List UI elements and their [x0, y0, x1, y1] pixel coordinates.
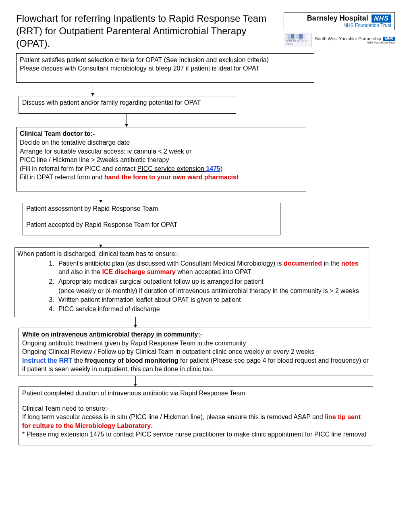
list-item: Written patient information leaflet abou… — [56, 295, 366, 304]
text-line: When patient is discharged, clinical tea… — [16, 249, 366, 258]
arrow-icon — [16, 376, 395, 387]
step-rrt-assessment: Patient assessment by Rapid Response Tea… — [23, 203, 280, 235]
text-line: Patient assessment by Rapid Response Tea… — [23, 203, 280, 219]
text-line: Discuss with patient and/or family regar… — [22, 99, 201, 106]
text-line: * Please ring extension 1475 to contact … — [22, 430, 369, 439]
text-line: Patient accepted by Rapid Response Team … — [23, 219, 280, 235]
step-clinical-doctor: Clinical Team doctor to:- Decide on the … — [16, 127, 306, 191]
step-discharge-ensure: When patient is discharged, clinical tea… — [15, 247, 369, 317]
text-line: Decide on the tentative discharge date — [20, 138, 303, 147]
swyp-decor: ░▒▓░▒▓░ With all of us in mind — [284, 33, 312, 47]
list-item: Appropriate medical/ surgical outpatient… — [56, 277, 366, 286]
arrow-icon — [16, 191, 395, 203]
step-criteria: Patient satisfies patient selection crit… — [16, 53, 314, 83]
step-completed: Patient completed duration of intravenou… — [19, 387, 373, 445]
text-line: Fill in OPAT referral form and hand the … — [20, 173, 303, 182]
text-line: Patient completed duration of intravenou… — [22, 389, 369, 398]
barnsley-logo: Barnsley Hospital NHS NHS Foundation Tru… — [284, 12, 395, 30]
arrow-icon — [16, 317, 395, 328]
logo-column: Barnsley Hospital NHS NHS Foundation Tru… — [284, 12, 395, 47]
text-line: Please discuss with Consultant microbiol… — [20, 64, 311, 73]
text-line: Ongoing antibiotic treatment given by Ra… — [22, 339, 369, 348]
arrow-icon — [16, 235, 395, 247]
swyp-text: South West Yorkshire Partnership NHS NHS… — [315, 36, 395, 44]
list-item: Patient's antibiotic plan (as discussed … — [56, 259, 366, 276]
discharge-list: Patient's antibiotic plan (as discussed … — [16, 259, 366, 286]
text-heading: Clinical Team doctor to:- — [20, 129, 303, 138]
text-line: If long term vascular access is in situ … — [22, 413, 369, 430]
page-title: Flowchart for referring Inpatients to Ra… — [16, 12, 280, 50]
text-line: Instruct the RRT the frequency of blood … — [22, 356, 369, 374]
text-line: Ongoing Clinical Review / Follow up by C… — [22, 347, 369, 356]
text-heading: While on intravenous antimicrobial thera… — [22, 330, 369, 339]
arrow-icon — [16, 114, 395, 127]
text-line: (once weekly or bi-monthly) if duration … — [56, 287, 366, 295]
list-item: PICC service informed of discharge — [56, 305, 366, 314]
text-line: Arrange for suitable vascular access: iv… — [20, 147, 303, 156]
nhs-badge-icon: NHS — [372, 15, 391, 23]
trust-label: NHS Foundation Trust — [287, 23, 391, 28]
step-community-therapy: While on intravenous antimicrobial thera… — [19, 328, 373, 376]
discharge-list-cont: Written patient information leaflet abou… — [16, 295, 366, 314]
swyp-logo: ░▒▓░▒▓░ With all of us in mind South Wes… — [284, 33, 395, 47]
text-line: Clinical Team need to ensure:- — [22, 404, 369, 413]
hospital-name: Barnsley Hospital — [307, 14, 368, 22]
nhs-badge-icon: NHS — [383, 37, 395, 41]
step-discuss: Discuss with patient and/or family regar… — [19, 96, 236, 114]
text-line: PICC line / Hickman line > 2weeks antibi… — [20, 156, 303, 164]
arrow-icon — [16, 83, 395, 96]
text-line: Patient satisfies patient selection crit… — [20, 56, 311, 64]
text-line: (Fill in referral form for PICC and cont… — [20, 164, 303, 173]
